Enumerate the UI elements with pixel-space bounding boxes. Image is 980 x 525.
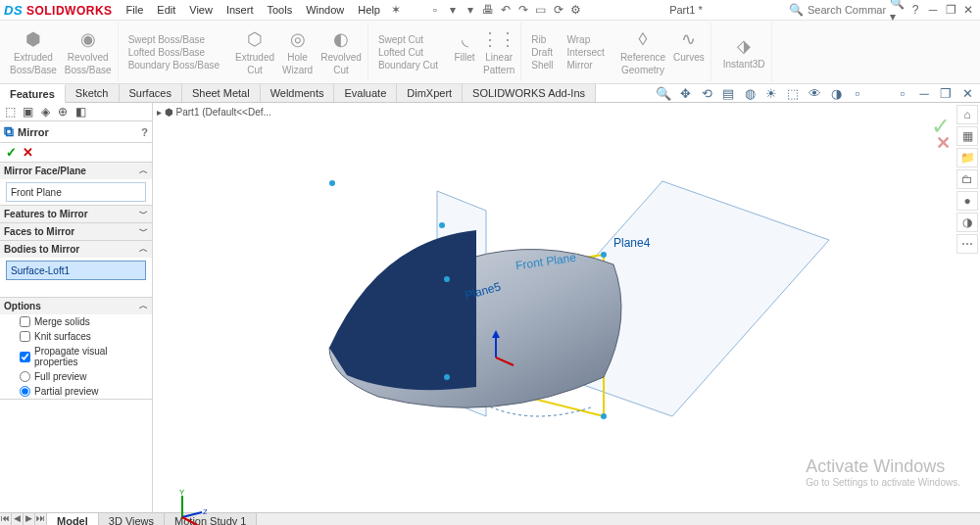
undo-icon[interactable]: ↶ <box>498 2 514 18</box>
hud-view-icon[interactable]: ⬚ <box>784 84 802 102</box>
svg-point-4 <box>601 252 607 258</box>
doc-max-icon[interactable]: ─ <box>915 84 933 102</box>
hud-zoom-icon[interactable]: 🔍 <box>655 84 672 102</box>
ok-button[interactable]: ✓ <box>6 145 17 160</box>
tab-addins[interactable]: SOLIDWORKS Add-Ins <box>463 84 596 102</box>
hud-display-icon[interactable]: ◍ <box>741 84 759 102</box>
tab-weldments[interactable]: Weldments <box>261 84 335 102</box>
doc-restore-icon[interactable]: ❐ <box>937 84 955 102</box>
tab-sheetmetal[interactable]: Sheet Metal <box>182 84 261 102</box>
intersect-button[interactable]: Intersect <box>564 46 609 59</box>
section-faces[interactable]: Faces to Mirror﹀ <box>0 223 152 240</box>
draft-button[interactable]: Draft <box>527 46 557 59</box>
doc-min-icon[interactable]: ▫ <box>894 84 911 102</box>
opt-merge[interactable]: Merge solids <box>0 314 152 329</box>
pm-help-icon[interactable]: ? <box>141 126 148 138</box>
hud-rotate-icon[interactable]: ⟲ <box>698 84 715 102</box>
restore-icon[interactable]: ❐ <box>943 2 958 18</box>
hud-misc-icon[interactable]: ▫ <box>849 84 866 102</box>
boundary-cut-button[interactable]: Boundary Cut <box>374 59 442 72</box>
instant3d-button[interactable]: ⬗Instant3D <box>723 35 765 70</box>
rib-button[interactable]: Rib <box>527 33 557 46</box>
property-manager: ⬚ ▣ ◈ ⊕ ◧ ⧉ Mirror ? ✓ ✕ Mirror Face/Pla… <box>0 103 153 512</box>
section-options[interactable]: Options︿ <box>0 298 152 314</box>
extruded-cut-button[interactable]: ⬡ExtrudedCut <box>235 28 274 75</box>
menu-help[interactable]: Help <box>352 2 386 18</box>
hud-appearance-icon[interactable]: ◑ <box>827 84 845 102</box>
save-icon[interactable]: ▾ <box>463 2 478 18</box>
redo-icon[interactable]: ↷ <box>515 2 531 18</box>
wrap-button[interactable]: Wrap <box>564 33 609 46</box>
menu-insert[interactable]: Insert <box>220 2 260 18</box>
shell-button[interactable]: Shell <box>527 59 557 72</box>
new-icon[interactable]: ▫ <box>427 2 443 18</box>
feature-tree-icon[interactable]: ⬚ <box>2 104 18 119</box>
tab-scroll-prev-icon[interactable]: ◀ <box>12 513 24 525</box>
tab-features[interactable]: Features <box>0 85 66 103</box>
menu-file[interactable]: File <box>121 2 150 18</box>
help-icon[interactable]: ? <box>907 2 923 18</box>
search-input[interactable] <box>806 3 888 17</box>
curves-button[interactable]: ∿Curves <box>673 28 705 75</box>
linear-pattern-button[interactable]: ⋮⋮LinearPattern <box>483 28 514 75</box>
close-icon[interactable]: ✕ <box>960 2 976 18</box>
tab-scroll-next-icon[interactable]: ▶ <box>24 513 35 525</box>
section-bodies[interactable]: Bodies to Mirror︿ <box>0 241 152 258</box>
bodies-field[interactable]: Surface-Loft1 <box>6 261 146 280</box>
revolved-boss-button[interactable]: ◉RevolvedBoss/Base <box>65 28 112 75</box>
opt-propagate[interactable]: Propagate visual properties <box>0 344 152 369</box>
document-title: Part1 * <box>660 4 712 16</box>
property-icon[interactable]: ▣ <box>20 104 35 119</box>
tab-3dviews[interactable]: 3D Views <box>99 513 165 525</box>
tab-evaluate[interactable]: Evaluate <box>334 84 397 102</box>
hud-scene-icon[interactable]: ☀ <box>762 84 780 102</box>
section-mirror-face[interactable]: Mirror Face/Plane︿ <box>0 163 152 179</box>
lofted-cut-button[interactable]: Lofted Cut <box>374 46 442 59</box>
svg-line-14 <box>182 512 202 517</box>
config-icon[interactable]: ◈ <box>37 104 53 119</box>
ref-geometry-button[interactable]: ◊ReferenceGeometry <box>620 28 665 75</box>
fillet-button[interactable]: ◟Fillet <box>454 28 475 75</box>
menu-window[interactable]: Window <box>300 2 350 18</box>
opt-knit[interactable]: Knit surfaces <box>0 329 152 344</box>
minimize-icon[interactable]: ─ <box>925 2 941 18</box>
opt-full-preview[interactable]: Full preview <box>0 369 152 384</box>
boundary-boss-button[interactable]: Boundary Boss/Base <box>124 59 223 72</box>
section-features[interactable]: Features to Mirror﹀ <box>0 206 152 222</box>
rebuild-icon[interactable]: ⟳ <box>551 2 566 18</box>
select-icon[interactable]: ▭ <box>533 2 549 18</box>
mirror-button[interactable]: Mirror <box>564 59 609 72</box>
svg-point-7 <box>329 180 335 186</box>
lofted-boss-button[interactable]: Lofted Boss/Base <box>124 46 223 59</box>
open-icon[interactable]: ▾ <box>445 2 461 18</box>
hud-section-icon[interactable]: ▤ <box>719 84 737 102</box>
hud-pan-icon[interactable]: ✥ <box>676 84 694 102</box>
mirror-face-field[interactable]: Front Plane <box>6 182 146 202</box>
search-icon[interactable]: 🔍 <box>788 2 804 18</box>
pin-icon[interactable]: ✶ <box>388 2 404 18</box>
hole-wizard-button[interactable]: ◎HoleWizard <box>282 28 313 75</box>
revolved-cut-button[interactable]: ◐RevolvedCut <box>320 28 362 75</box>
print-icon[interactable]: 🖶 <box>480 2 496 18</box>
menu-tools[interactable]: Tools <box>261 2 298 18</box>
extruded-boss-button[interactable]: ⬢ExtrudedBoss/Base <box>10 28 57 75</box>
options-icon[interactable]: ⚙ <box>568 2 584 18</box>
tab-model[interactable]: Model <box>47 513 99 525</box>
search-dropdown-icon[interactable]: 🔍▾ <box>890 2 906 18</box>
doc-close-icon[interactable]: ✕ <box>958 84 976 102</box>
menu-edit[interactable]: Edit <box>151 2 181 18</box>
tab-surfaces[interactable]: Surfaces <box>120 84 182 102</box>
hud-hide-icon[interactable]: 👁 <box>806 84 823 102</box>
tab-scroll-first-icon[interactable]: ⏮ <box>0 513 12 525</box>
swept-boss-button[interactable]: Swept Boss/Base <box>124 33 223 46</box>
swept-cut-button[interactable]: Swept Cut <box>374 33 442 46</box>
display-icon[interactable]: ◧ <box>73 104 88 119</box>
dim-icon[interactable]: ⊕ <box>55 104 71 119</box>
cancel-button[interactable]: ✕ <box>23 145 33 160</box>
menu-view[interactable]: View <box>183 2 219 18</box>
tab-sketch[interactable]: Sketch <box>66 84 120 102</box>
opt-partial-preview[interactable]: Partial preview <box>0 384 152 399</box>
tab-dimxpert[interactable]: DimXpert <box>397 84 463 102</box>
graphics-viewport[interactable]: ▸ ⬢ Part1 (Default<<Def... ✓ ✕ ⌂ ▦ 📁 🗀 ●… <box>153 103 980 512</box>
tab-scroll-last-icon[interactable]: ⏭ <box>35 513 47 525</box>
